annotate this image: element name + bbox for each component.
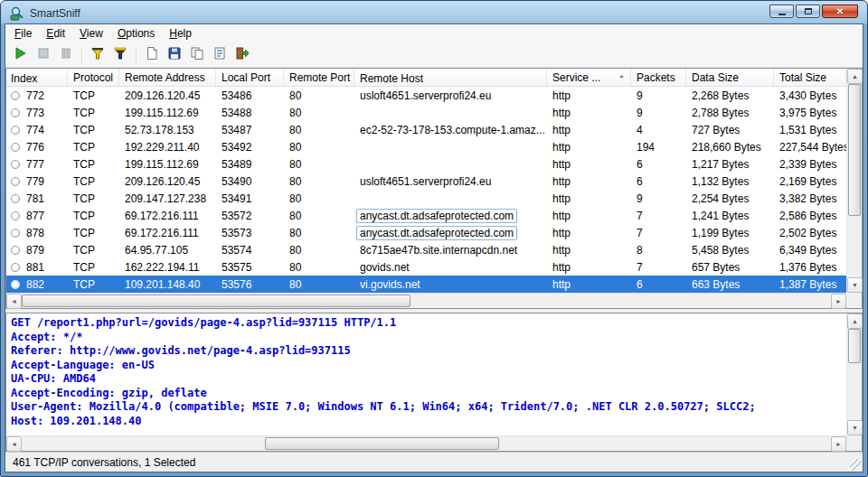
scroll-thumb[interactable] [848,329,861,363]
packets-cell: 6 [631,175,686,188]
http-header-line: Accept: */* [11,331,842,345]
index-cell: 777 [6,158,68,171]
scroll-right-icon[interactable]: ► [831,294,846,309]
index-cell: 878 [6,227,68,239]
total-size-cell: 1,376 Bytes [774,261,846,274]
stop-capture-button[interactable] [33,44,54,65]
row-state-icon [11,211,20,220]
scrollbar-corner [846,435,862,451]
menu-help[interactable]: Help [162,24,199,42]
remote-host-cell: vi.govids.net [354,278,547,291]
remote-host-cell: 8c715ae47b.site.internapcdn.net [354,244,547,257]
resize-grip[interactable] [850,459,862,471]
total-size-cell: 6,349 Bytes [774,244,846,257]
remote-port-cell: 80 [284,175,354,188]
close-button[interactable]: ✕ [822,5,858,18]
index-cell: 882 [6,278,68,291]
http-header-line: Accept-Encoding: gzip, deflate [11,387,842,401]
data-size-cell: 5,458 Bytes [686,244,774,257]
table-row[interactable]: 781 TCP 209.147.127.238 53491 80 http 9 … [6,190,846,207]
table-row[interactable]: 774 TCP 52.73.178.153 53487 80 ec2-52-73… [6,121,846,138]
table-row[interactable]: 877 TCP 69.172.216.111 53572 80 anycast.… [6,207,846,224]
protocol-cell: TCP [68,244,119,257]
detail-vertical-scrollbar: ▲ ▼ [846,313,862,435]
http-header-line: Accept-Language: en-US [11,359,842,373]
total-size-cell: 1,387 Bytes [774,278,846,291]
menu-edit[interactable]: Edit [39,24,72,42]
service-cell: http [547,210,631,222]
table-row[interactable]: 776 TCP 192.229.211.40 53492 80 http 194… [6,138,846,155]
column-header-data-size[interactable]: Data Size [686,69,774,86]
scroll-left-icon[interactable]: ◄ [6,436,22,452]
column-header-remote-host[interactable]: Remote Host [354,69,547,86]
display-filter-button[interactable] [109,44,131,65]
copy-button[interactable] [186,44,208,65]
row-state-icon [11,126,20,135]
remote-address-cell: 162.222.194.11 [119,261,216,274]
properties-button[interactable] [209,44,231,65]
menu-options[interactable]: Options [110,24,162,42]
table-row[interactable]: 773 TCP 199.115.112.69 53488 80 http 9 2… [6,104,846,121]
maximize-button[interactable] [796,5,820,18]
column-header-remote-port[interactable]: Remote Port [284,69,354,86]
column-header-local-port[interactable]: Local Port [216,69,284,86]
local-port-cell: 53575 [216,261,284,274]
data-size-cell: 657 Bytes [686,261,774,274]
minimize-button[interactable] [769,5,794,18]
index-cell: 879 [6,244,68,257]
table-row[interactable]: 779 TCP 209.126.120.45 53490 80 usloft46… [6,173,846,190]
table-row[interactable]: 777 TCP 199.115.112.69 53489 80 http 6 1… [6,155,846,173]
remote-port-cell: 80 [284,124,354,136]
new-session-button[interactable] [141,44,163,65]
protocol-cell: TCP [68,175,119,188]
menu-view[interactable]: View [72,24,110,42]
menu-file[interactable]: File [7,24,39,42]
packets-cell: 9 [631,89,686,102]
remote-address-cell: 199.115.112.69 [119,158,216,171]
scroll-thumb[interactable] [265,437,500,450]
remote-address-cell: 192.229.211.40 [119,141,216,154]
capture-filter-button[interactable] [87,44,108,65]
column-header-total-size[interactable]: Total Size [774,69,846,86]
titlebar[interactable]: SmartSniff ✕ [5,1,863,23]
table-row[interactable]: 772 TCP 209.126.120.45 53486 80 usloft46… [6,87,846,104]
remote-address-cell: 109.201.148.40 [119,278,216,291]
table-row[interactable]: 881 TCP 162.222.194.11 53575 80 govids.n… [6,258,846,276]
index-cell: 773 [6,107,68,119]
scroll-left-icon[interactable]: ◄ [6,294,22,309]
scroll-thumb[interactable] [22,295,410,307]
column-header-protocol[interactable]: Protocol [68,69,119,86]
column-header-index[interactable]: Index [6,69,68,86]
scroll-right-icon[interactable]: ► [831,436,846,452]
table-row[interactable]: 878 TCP 69.172.216.111 53573 80 anycast.… [6,224,846,241]
remote-port-cell: 80 [284,158,354,171]
service-cell: http [547,89,631,102]
table-row[interactable]: 879 TCP 64.95.77.105 53574 80 8c715ae47b… [6,241,846,258]
display-filter-icon [113,46,127,63]
column-header-remote-address[interactable]: Remote Address [119,69,216,86]
scroll-up-icon[interactable]: ▲ [847,69,863,84]
packets-cell: 7 [631,210,686,222]
row-state-icon [11,160,20,169]
maximize-icon [805,8,812,14]
save-floppy-icon [167,46,182,63]
column-header-service-name[interactable]: Service ...▲ [547,69,631,86]
scroll-down-icon[interactable]: ▼ [847,277,863,293]
scroll-thumb[interactable] [848,84,861,216]
pause-capture-button[interactable] [55,44,77,65]
http-header-line: UA-CPU: AMD64 [11,372,842,387]
scroll-down-icon[interactable]: ▼ [847,420,863,435]
menubar: File Edit View Options Help [5,24,863,42]
service-cell: http [547,175,631,188]
table-row[interactable]: 882 TCP 109.201.148.40 53576 80 vi.govid… [6,276,846,293]
local-port-cell: 53576 [216,278,284,291]
save-button[interactable] [164,44,185,65]
row-state-icon [11,194,20,203]
local-port-cell: 53490 [216,175,284,188]
column-header-packets[interactable]: Packets [631,69,686,86]
start-capture-button[interactable] [10,44,32,65]
remote-host-cell: anycast.dt.adsafeprotected.com [354,226,547,240]
start-capture-icon [14,46,28,63]
scroll-up-icon[interactable]: ▲ [847,313,863,329]
exit-button[interactable] [231,44,253,65]
